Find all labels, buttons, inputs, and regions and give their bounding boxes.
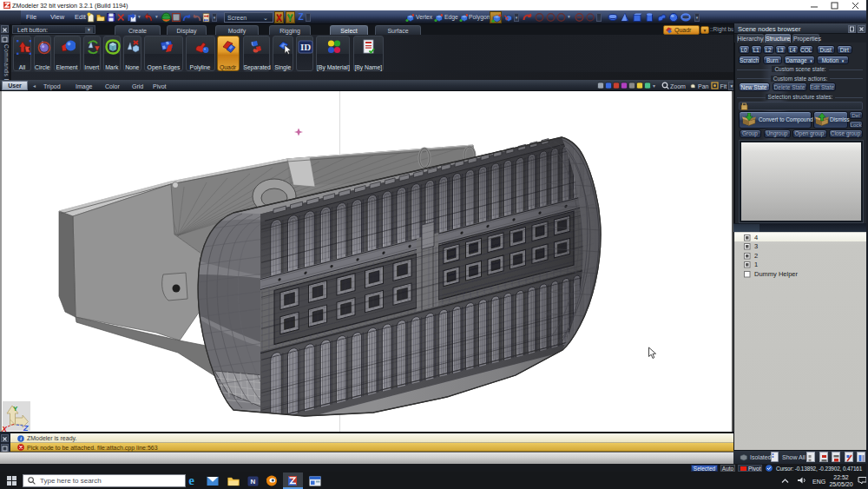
- svg-text:ID: ID: [300, 42, 311, 52]
- svg-text:Y: Y: [13, 405, 18, 413]
- svg-text:N: N: [251, 478, 256, 486]
